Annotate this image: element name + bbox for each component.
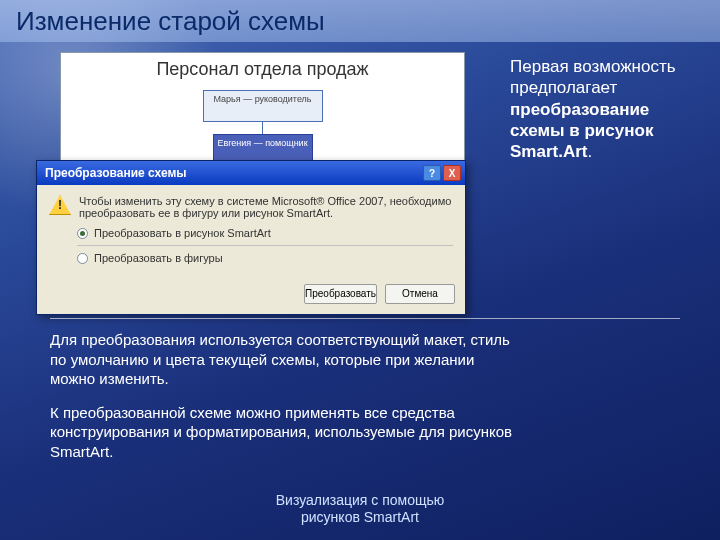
radio-option-shapes[interactable]: Преобразовать в фигуры bbox=[77, 252, 453, 264]
divider bbox=[50, 318, 680, 319]
paragraph-1: Для преобразования используется соответс… bbox=[50, 330, 520, 389]
warning-icon bbox=[49, 195, 71, 215]
radio-label: Преобразовать в рисунок SmartArt bbox=[94, 227, 271, 239]
body-paragraphs: Для преобразования используется соответс… bbox=[50, 330, 520, 475]
help-icon[interactable]: ? bbox=[423, 165, 441, 181]
side-paragraph: Первая возможность предполагает преобраз… bbox=[510, 56, 700, 162]
page-title: Изменение старой схемы bbox=[16, 6, 325, 37]
footer: Визуализация с помощью рисунков SmartArt bbox=[0, 492, 720, 526]
dialog-caption: Преобразование схемы bbox=[45, 166, 187, 180]
convert-dialog: Преобразование схемы ? X Чтобы изменить … bbox=[36, 160, 466, 315]
org-top-box: Марья — руководитель bbox=[203, 90, 323, 122]
paragraph-2: К преобразованной схеме можно применять … bbox=[50, 403, 520, 462]
dialog-message: Чтобы изменить эту схему в системе Micro… bbox=[79, 195, 453, 219]
close-icon[interactable]: X bbox=[443, 165, 461, 181]
radio-icon bbox=[77, 253, 88, 264]
cancel-button[interactable]: Отмена bbox=[385, 284, 455, 304]
radio-icon bbox=[77, 228, 88, 239]
convert-button[interactable]: Преобразовать bbox=[304, 284, 377, 304]
dialog-titlebar: Преобразование схемы ? X bbox=[37, 161, 465, 185]
org-chart-title: Персонал отдела продаж bbox=[61, 53, 464, 84]
radio-option-smartart[interactable]: Преобразовать в рисунок SmartArt bbox=[77, 227, 453, 239]
radio-label: Преобразовать в фигуры bbox=[94, 252, 223, 264]
